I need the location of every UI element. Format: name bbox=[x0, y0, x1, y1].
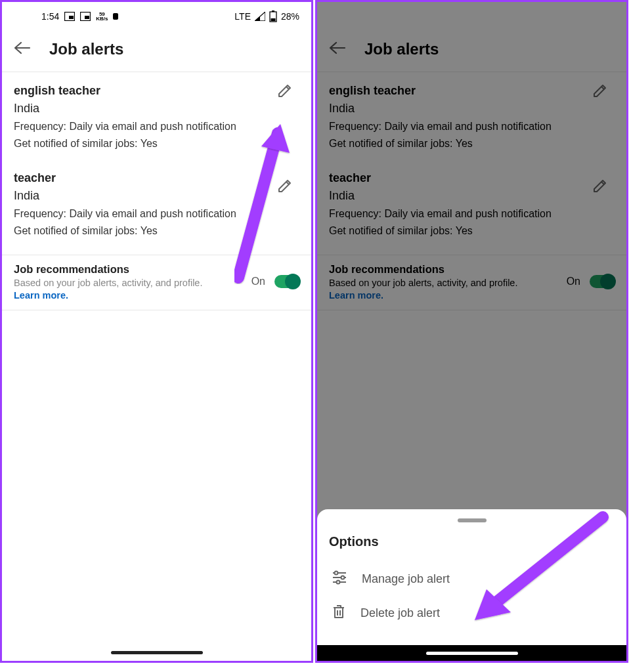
alert-location: India bbox=[14, 189, 299, 203]
android-nav-bar bbox=[317, 645, 626, 661]
sheet-item-label: Manage job alert bbox=[362, 572, 450, 586]
svg-rect-1 bbox=[69, 16, 74, 19]
phone-screenshot-left: 1:54 59 KB/s LTE 28% bbox=[0, 0, 313, 663]
svg-rect-3 bbox=[85, 16, 89, 19]
alert-similar: Get notified of similar jobs: Yes bbox=[14, 224, 299, 238]
notification-dot-icon bbox=[113, 13, 122, 20]
content-area: english teacher India Frequency: Daily v… bbox=[2, 72, 311, 310]
alert-title: teacher bbox=[14, 171, 299, 185]
svg-rect-6 bbox=[272, 10, 274, 12]
status-bar: 1:54 59 KB/s LTE 28% bbox=[2, 2, 311, 31]
android-nav-bar bbox=[2, 644, 311, 661]
drag-handle[interactable] bbox=[458, 518, 487, 522]
recommendations-row: Job recommendations Based on your job al… bbox=[2, 255, 311, 311]
alert-item[interactable]: teacher India Frequency: Daily via email… bbox=[2, 167, 311, 255]
pip-icon bbox=[64, 12, 75, 21]
network-type: LTE bbox=[234, 11, 251, 22]
rec-state: On bbox=[251, 276, 265, 287]
nav-pill[interactable] bbox=[426, 652, 518, 655]
pip-icon-2 bbox=[80, 12, 91, 21]
rec-title: Job recommendations bbox=[14, 263, 245, 276]
net-speed: 59 KB/s bbox=[96, 12, 108, 21]
battery-icon bbox=[269, 10, 277, 22]
svg-point-16 bbox=[335, 572, 338, 575]
manage-job-alert-option[interactable]: Manage job alert bbox=[329, 562, 615, 596]
toggle-switch[interactable] bbox=[274, 275, 299, 288]
learn-more-link[interactable]: Learn more. bbox=[14, 290, 245, 301]
top-app-bar: Job alerts bbox=[2, 31, 311, 72]
bottom-sheet: Options Manage job alert Delete job aler… bbox=[317, 509, 626, 645]
sheet-title: Options bbox=[329, 534, 615, 549]
alert-location: India bbox=[14, 102, 299, 116]
trash-icon bbox=[332, 604, 346, 623]
sliders-icon bbox=[332, 570, 347, 588]
svg-point-18 bbox=[337, 581, 340, 584]
rec-subtitle: Based on your job alerts, activity, and … bbox=[14, 277, 245, 289]
phone-screenshot-right: 1:54 0 KB/s LTE 28% bbox=[315, 0, 628, 663]
back-icon[interactable] bbox=[14, 41, 31, 57]
svg-rect-4 bbox=[113, 13, 118, 20]
svg-rect-7 bbox=[271, 18, 275, 21]
alert-frequency: Frequency: Daily via email and push noti… bbox=[14, 119, 299, 134]
svg-point-17 bbox=[341, 576, 345, 579]
page-title: Job alerts bbox=[49, 40, 123, 58]
alert-title: english teacher bbox=[14, 84, 299, 98]
delete-job-alert-option[interactable]: Delete job alert bbox=[329, 596, 615, 631]
nav-pill[interactable] bbox=[111, 651, 203, 654]
signal-icon bbox=[255, 12, 265, 21]
pencil-icon[interactable] bbox=[277, 178, 293, 196]
alert-similar: Get notified of similar jobs: Yes bbox=[14, 136, 299, 151]
battery-percent: 28% bbox=[281, 11, 299, 22]
status-time: 1:54 bbox=[41, 11, 59, 22]
alert-item[interactable]: english teacher India Frequency: Daily v… bbox=[2, 72, 311, 167]
alert-frequency: Frequency: Daily via email and push noti… bbox=[14, 207, 299, 221]
sheet-item-label: Delete job alert bbox=[360, 606, 440, 620]
pencil-icon[interactable] bbox=[277, 83, 293, 101]
